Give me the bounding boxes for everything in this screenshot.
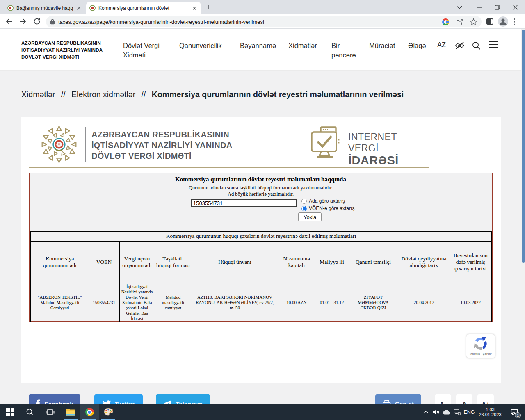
registry-results-table: Kommersiya qurumunun hüquqi şəxslərin dö… [30,231,492,322]
file-explorer-icon [66,408,75,416]
breadcrumb-xidmetler[interactable]: Xidmətlər [21,90,55,99]
cell-legal-address: AZ1110, BAKI ŞƏHƏRİ NƏRİMANOV RAYONU, AK… [192,283,278,322]
cell-registration-date: 20.04.2017 [398,283,450,322]
paint-taskbar-button[interactable] [99,404,118,420]
tab-close-icon[interactable] [75,5,82,11]
nav-dovlet-vergi-xidmeti[interactable]: Dövlət Vergi Xidməti [123,41,167,60]
chevron-up-icon [424,411,429,413]
check-button[interactable]: Yoxla [298,212,322,221]
tax-site-favicon-icon [7,5,14,11]
windows-logo-icon [6,408,14,416]
col-fiscal-year: Maliyyə ili [315,241,349,283]
banner-org-name: AZƏRBAYCAN RESPUBLİKASININ İQTİSADİYYAT … [91,129,233,161]
browser-tab-inactive[interactable]: Bağlanmış müqavilə haqqında mə [4,2,85,14]
browser-menu-icon[interactable] [514,18,515,25]
radio-voen-search[interactable] [301,206,307,211]
new-tab-button[interactable] [205,3,212,11]
action-center-button[interactable]: 1 [507,404,522,420]
breadcrumb: Xidmətlər // Elektron xidmətlər // Komme… [21,90,404,99]
breadcrumb-elektron-xidmetler[interactable]: Elektron xidmətlər [71,90,135,99]
radio-row-voen-search[interactable]: VÖEN-ə görə axtarış [301,205,354,211]
tab-title: Kommersiya qurumlarının dövlət [98,5,189,11]
nav-muraciet[interactable]: Müraciət [369,41,395,50]
recaptcha-icon [473,336,488,351]
reload-button[interactable] [33,17,41,25]
breadcrumb-current-page: Kommersiya qurumlarının dövlət reyestri … [152,90,404,99]
paint-icon [104,408,113,416]
brand-line: AZƏRBAYCAN RESPUBLİKASININ [21,40,103,47]
nav-elaqe[interactable]: Əlaqə [408,41,426,50]
site-brand[interactable]: AZƏRBAYCAN RESPUBLİKASININ İQTİSADİYYAT … [21,40,103,61]
back-button[interactable] [5,17,13,25]
window-minimize-button[interactable] [470,0,488,14]
window-close-button[interactable] [506,0,524,14]
bookmark-star-icon[interactable] [470,18,477,26]
radio-name-search-label[interactable]: Ada görə axtarış [309,198,345,204]
voen-search-input[interactable] [191,199,297,207]
task-view-button[interactable] [41,404,59,420]
nav-qanunvericilik[interactable]: Qanunvericilik [179,41,222,50]
col-legal-address: Hüquqi ünvanı [192,241,278,283]
menu-burger-icon[interactable] [489,41,499,48]
nav-xidmetler[interactable]: Xidmətlər [288,41,317,50]
network-icon[interactable] [452,404,462,420]
browser-toolbar: taxes.gov.az/az/page/kommersiya-qurumlar… [0,14,525,29]
language-selector[interactable]: AZ [437,41,446,49]
nav-bir-pencere[interactable]: Bir pəncərə [331,41,363,60]
brand-line: İQTİSADİYYAT NAZİRLİYİ YANINDA [21,47,103,54]
file-explorer-button[interactable] [61,404,80,420]
forward-button[interactable] [19,17,27,25]
internet-tax-office-banner: AZƏRBAYCAN RESPUBLİKASININ İQTİSADİYYAT … [29,120,429,168]
volume-icon[interactable] [431,404,441,420]
col-voen: VÖEN [89,241,119,283]
tray-show-hidden-icons[interactable] [422,404,431,420]
taskbar-clock[interactable]: 1:03 26.01.2023 [477,404,504,420]
url-text: taxes.gov.az/az/page/kommersiya-qurumlar… [58,19,442,25]
col-legal-representative: Qanuni təmsilçi [349,241,398,283]
clock-time: 1:03 [486,407,494,412]
chrome-icon [85,408,94,416]
banner-divider [85,127,86,162]
windows-taskbar: ENG 1:03 26.01.2023 1 [0,404,525,420]
table-data-row: "ABŞERON TEKSTİL" Məhdud Məsuliyyətli Cə… [31,283,491,322]
clock-date: 26.01.2023 [479,412,501,418]
recaptcha-privacy-terms[interactable]: Məxfilik - Şərtlər [466,352,495,356]
cell-company-name: "ABŞERON TEKSTİL" Məhdud Məsuliyyətli Cə… [31,283,89,322]
share-icon[interactable] [456,18,463,26]
start-button[interactable] [1,404,20,420]
browser-tab-active[interactable]: Kommersiya qurumlarının dövlət [86,2,201,14]
url-bar[interactable]: taxes.gov.az/az/page/kommersiya-qurumlar… [46,16,482,27]
accessibility-eye-off-icon[interactable] [454,41,465,50]
google-icon[interactable] [442,18,449,25]
lock-icon [50,19,55,25]
keyboard-language[interactable]: ENG [463,404,476,420]
onedrive-cloud-icon[interactable] [442,404,452,420]
tab-search-chevron-icon[interactable] [450,0,468,14]
recaptcha-badge[interactable]: Məxfilik - Şərtlər [466,334,495,358]
chrome-taskbar-button[interactable] [80,404,99,420]
cell-tax-authority: İqtisadiyyat Nazirliyi yanında Dövlət Ve… [119,283,155,322]
radio-row-name-search[interactable]: Ada görə axtarış [301,198,345,204]
window-restore-button[interactable] [488,0,506,14]
scrollbar-thumb[interactable] [522,30,525,262]
side-panel-icon[interactable] [486,18,493,25]
tab-close-icon[interactable] [191,5,198,11]
nav-beyanname[interactable]: Bəyannamə [240,41,276,50]
site-header: AZƏRBAYCAN RESPUBLİKASININ İQTİSADİYYAT … [0,29,525,71]
internet-vergi-idaresi-title: İNTERNET VERGİ İDARƏSİ [348,132,429,167]
breadcrumb-separator: // [142,90,146,99]
taskbar-search-button[interactable] [21,404,39,420]
radio-voen-search-label[interactable]: VÖEN-ə görə axtarış [309,205,354,211]
cell-legal-representative: ZİYAFƏT MƏMMƏDOVA ƏKBƏR QIZI [349,283,398,322]
search-icon[interactable] [472,41,481,50]
col-registration-date: Dövlət qeydiyyatına alındığı tarix [398,241,450,283]
radio-name-search[interactable] [301,199,307,204]
tab-title: Bağlanmış müqavilə haqqında mə [16,5,73,11]
col-last-extract-date: Reyestrdən son dəfə verilmiş çıxarışın t… [450,241,491,283]
cell-legal-form: Məhdud məsuliyyətli cəmiyyət [155,283,192,322]
tax-site-favicon-icon [89,5,96,11]
page-scrollbar[interactable] [521,29,525,404]
form-note-2: Ad böyük hərflərlə yazılmalıdır. [30,191,492,197]
table-caption: Kommersiya qurumunun hüquqi şəxslərin dö… [31,231,491,241]
profile-avatar[interactable] [498,16,508,27]
